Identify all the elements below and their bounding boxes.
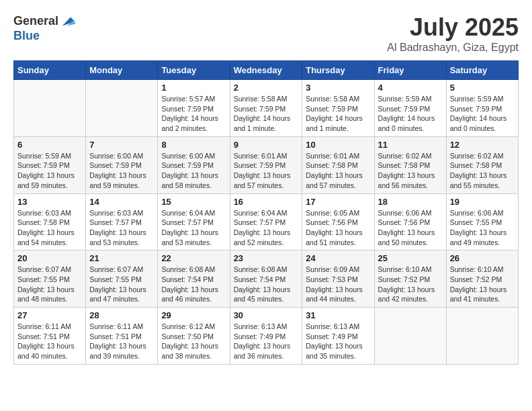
title-section: July 2025 Al Badrashayn, Giza, Egypt xyxy=(387,13,519,54)
day-info: Sunrise: 6:11 AMSunset: 7:51 PMDaylight:… xyxy=(89,322,154,361)
day-info: Sunrise: 6:07 AMSunset: 7:55 PMDaylight:… xyxy=(89,265,154,304)
logo: General Blue xyxy=(13,13,76,43)
day-info: Sunrise: 5:59 AMSunset: 7:59 PMDaylight:… xyxy=(378,94,443,134)
day-info: Sunrise: 6:08 AMSunset: 7:54 PMDaylight:… xyxy=(161,265,226,304)
day-info: Sunrise: 6:08 AMSunset: 7:54 PMDaylight:… xyxy=(234,265,299,304)
calendar-cell: 16Sunrise: 6:04 AMSunset: 7:57 PMDayligh… xyxy=(230,193,302,250)
day-number: 5 xyxy=(450,83,515,93)
day-number: 12 xyxy=(450,140,515,150)
day-info: Sunrise: 6:03 AMSunset: 7:57 PMDaylight:… xyxy=(89,208,154,248)
calendar-cell: 28Sunrise: 6:11 AMSunset: 7:51 PMDayligh… xyxy=(86,308,158,365)
day-header-thursday: Thursday xyxy=(302,61,374,80)
calendar-week-row: 1Sunrise: 5:57 AMSunset: 7:59 PMDaylight… xyxy=(14,80,519,137)
day-info: Sunrise: 6:12 AMSunset: 7:50 PMDaylight:… xyxy=(161,322,226,361)
day-number: 21 xyxy=(89,253,154,263)
day-info: Sunrise: 5:58 AMSunset: 7:59 PMDaylight:… xyxy=(234,94,299,134)
calendar-cell: 13Sunrise: 6:03 AMSunset: 7:58 PMDayligh… xyxy=(14,193,86,250)
day-info: Sunrise: 6:09 AMSunset: 7:53 PMDaylight:… xyxy=(306,265,370,304)
day-number: 30 xyxy=(234,310,299,320)
day-number: 11 xyxy=(378,140,443,150)
day-number: 17 xyxy=(306,197,370,207)
calendar-cell: 11Sunrise: 6:02 AMSunset: 7:58 PMDayligh… xyxy=(374,136,446,193)
day-info: Sunrise: 6:03 AMSunset: 7:58 PMDaylight:… xyxy=(17,208,82,248)
calendar-cell: 27Sunrise: 6:11 AMSunset: 7:51 PMDayligh… xyxy=(14,308,86,365)
day-number: 3 xyxy=(306,83,370,93)
calendar-week-row: 27Sunrise: 6:11 AMSunset: 7:51 PMDayligh… xyxy=(14,308,519,365)
day-number: 13 xyxy=(17,197,82,207)
day-number: 27 xyxy=(17,310,82,320)
day-info: Sunrise: 6:10 AMSunset: 7:52 PMDaylight:… xyxy=(378,265,443,304)
location-title: Al Badrashayn, Giza, Egypt xyxy=(387,42,519,54)
logo-general-text: General xyxy=(13,15,58,28)
calendar-cell: 31Sunrise: 6:13 AMSunset: 7:49 PMDayligh… xyxy=(302,308,374,365)
calendar-cell xyxy=(14,80,86,137)
day-number: 16 xyxy=(234,197,299,207)
day-info: Sunrise: 5:57 AMSunset: 7:59 PMDaylight:… xyxy=(161,94,226,134)
day-number: 8 xyxy=(161,140,226,150)
calendar-cell: 15Sunrise: 6:04 AMSunset: 7:57 PMDayligh… xyxy=(158,193,230,250)
day-header-friday: Friday xyxy=(374,61,446,80)
day-number: 29 xyxy=(161,310,226,320)
calendar-week-row: 20Sunrise: 6:07 AMSunset: 7:55 PMDayligh… xyxy=(14,250,519,308)
month-title: July 2025 xyxy=(387,13,519,42)
day-number: 15 xyxy=(161,197,226,207)
day-info: Sunrise: 6:11 AMSunset: 7:51 PMDaylight:… xyxy=(17,322,82,361)
calendar-cell: 14Sunrise: 6:03 AMSunset: 7:57 PMDayligh… xyxy=(86,193,158,250)
calendar-cell: 17Sunrise: 6:05 AMSunset: 7:56 PMDayligh… xyxy=(302,193,374,250)
day-info: Sunrise: 6:06 AMSunset: 7:56 PMDaylight:… xyxy=(378,208,443,248)
day-info: Sunrise: 6:04 AMSunset: 7:57 PMDaylight:… xyxy=(161,208,226,248)
calendar-table: SundayMondayTuesdayWednesdayThursdayFrid… xyxy=(13,60,519,365)
day-info: Sunrise: 5:59 AMSunset: 7:59 PMDaylight:… xyxy=(17,151,82,191)
day-number: 10 xyxy=(306,140,370,150)
calendar-cell: 22Sunrise: 6:08 AMSunset: 7:54 PMDayligh… xyxy=(158,250,230,308)
day-number: 28 xyxy=(89,310,154,320)
day-number: 25 xyxy=(378,253,443,263)
day-info: Sunrise: 6:10 AMSunset: 7:52 PMDaylight:… xyxy=(450,265,515,304)
calendar-cell: 1Sunrise: 5:57 AMSunset: 7:59 PMDaylight… xyxy=(158,80,230,137)
day-header-saturday: Saturday xyxy=(446,61,518,80)
calendar-cell xyxy=(374,308,446,365)
calendar-cell: 4Sunrise: 5:59 AMSunset: 7:59 PMDaylight… xyxy=(374,80,446,137)
page-header: General Blue July 2025 Al Badrashayn, Gi… xyxy=(13,13,519,54)
calendar-cell: 7Sunrise: 6:00 AMSunset: 7:59 PMDaylight… xyxy=(86,136,158,193)
day-header-tuesday: Tuesday xyxy=(158,61,230,80)
day-number: 18 xyxy=(378,197,443,207)
day-number: 6 xyxy=(17,140,82,150)
day-info: Sunrise: 6:05 AMSunset: 7:56 PMDaylight:… xyxy=(306,208,370,248)
day-info: Sunrise: 6:00 AMSunset: 7:59 PMDaylight:… xyxy=(161,151,226,191)
day-info: Sunrise: 6:01 AMSunset: 7:59 PMDaylight:… xyxy=(234,151,299,191)
day-number: 9 xyxy=(234,140,299,150)
calendar-cell: 20Sunrise: 6:07 AMSunset: 7:55 PMDayligh… xyxy=(14,250,86,308)
day-info: Sunrise: 6:06 AMSunset: 7:55 PMDaylight:… xyxy=(450,208,515,248)
day-info: Sunrise: 6:07 AMSunset: 7:55 PMDaylight:… xyxy=(17,265,82,304)
calendar-cell: 26Sunrise: 6:10 AMSunset: 7:52 PMDayligh… xyxy=(446,250,518,308)
calendar-week-row: 6Sunrise: 5:59 AMSunset: 7:59 PMDaylight… xyxy=(14,136,519,193)
calendar-header-row: SundayMondayTuesdayWednesdayThursdayFrid… xyxy=(14,61,519,80)
calendar-cell: 2Sunrise: 5:58 AMSunset: 7:59 PMDaylight… xyxy=(230,80,302,137)
logo-blue-text: Blue xyxy=(13,30,76,43)
calendar-cell: 29Sunrise: 6:12 AMSunset: 7:50 PMDayligh… xyxy=(158,308,230,365)
day-number: 7 xyxy=(89,140,154,150)
day-info: Sunrise: 6:00 AMSunset: 7:59 PMDaylight:… xyxy=(89,151,154,191)
day-info: Sunrise: 5:58 AMSunset: 7:59 PMDaylight:… xyxy=(306,94,370,134)
day-info: Sunrise: 6:01 AMSunset: 7:58 PMDaylight:… xyxy=(306,151,370,191)
day-info: Sunrise: 6:04 AMSunset: 7:57 PMDaylight:… xyxy=(234,208,299,248)
calendar-cell: 12Sunrise: 6:02 AMSunset: 7:58 PMDayligh… xyxy=(446,136,518,193)
day-number: 22 xyxy=(161,253,226,263)
day-number: 14 xyxy=(89,197,154,207)
logo-icon xyxy=(60,13,76,30)
day-header-monday: Monday xyxy=(86,61,158,80)
day-number: 26 xyxy=(450,253,515,263)
day-header-sunday: Sunday xyxy=(14,61,86,80)
calendar-cell: 30Sunrise: 6:13 AMSunset: 7:49 PMDayligh… xyxy=(230,308,302,365)
day-info: Sunrise: 6:02 AMSunset: 7:58 PMDaylight:… xyxy=(378,151,443,191)
day-number: 31 xyxy=(306,310,370,320)
calendar-week-row: 13Sunrise: 6:03 AMSunset: 7:58 PMDayligh… xyxy=(14,193,519,250)
calendar-cell: 8Sunrise: 6:00 AMSunset: 7:59 PMDaylight… xyxy=(158,136,230,193)
day-number: 24 xyxy=(306,253,370,263)
calendar-cell: 23Sunrise: 6:08 AMSunset: 7:54 PMDayligh… xyxy=(230,250,302,308)
day-number: 2 xyxy=(234,83,299,93)
calendar-cell: 24Sunrise: 6:09 AMSunset: 7:53 PMDayligh… xyxy=(302,250,374,308)
calendar-cell: 10Sunrise: 6:01 AMSunset: 7:58 PMDayligh… xyxy=(302,136,374,193)
day-number: 19 xyxy=(450,197,515,207)
